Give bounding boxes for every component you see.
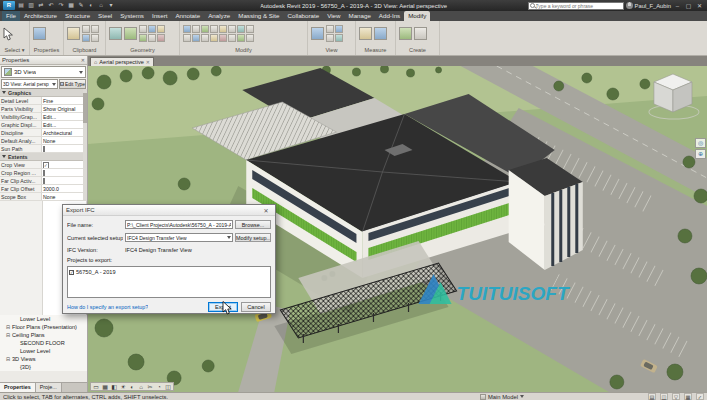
wall-joins-icon[interactable] — [157, 34, 165, 42]
design-options-control[interactable]: Main Model — [480, 394, 524, 400]
sun-settings-icon[interactable]: ☀ — [119, 383, 127, 391]
ribbon-tab-systems[interactable]: Systems — [116, 11, 148, 21]
pin-icon[interactable] — [201, 34, 209, 42]
qat-undo-icon[interactable]: ↶ — [47, 1, 55, 10]
projects-listbox[interactable]: ✓ 56750_A - 2019 — [67, 266, 271, 298]
match-properties-icon[interactable] — [91, 34, 99, 42]
close-button[interactable]: ✕ — [695, 2, 704, 9]
cope-icon[interactable] — [139, 25, 147, 33]
tree-item[interactable]: SECOND FLOOR — [0, 339, 87, 347]
tree-item[interactable]: ⊟3D Views — [0, 355, 87, 363]
offset-icon[interactable] — [192, 25, 200, 33]
reveal-hidden-icon[interactable]: ◔ — [155, 383, 163, 391]
scale-icon[interactable] — [192, 34, 200, 42]
aligned-dimension-icon[interactable] — [374, 27, 387, 40]
maximize-button[interactable]: ▢ — [684, 2, 693, 9]
prop-value[interactable]: Show Original — [42, 105, 87, 112]
panel-label-measure[interactable]: Measure — [356, 46, 395, 55]
view-tab-close-icon[interactable]: ✕ — [146, 59, 150, 65]
prop-row-crop-view[interactable]: Crop View✓ — [0, 161, 87, 169]
qat-redo-icon[interactable]: ↷ — [57, 1, 65, 10]
copy-icon[interactable] — [219, 25, 227, 33]
split-face-icon[interactable] — [157, 25, 165, 33]
prop-row-visibility-graphics[interactable]: Visibility/Grap...Edit... — [0, 113, 87, 121]
modify-setup-button[interactable]: Modify setup... — [235, 233, 271, 242]
revit-logo[interactable]: R — [3, 1, 15, 10]
offset-geometry-icon[interactable] — [148, 25, 156, 33]
hidden-elements-icon[interactable] — [311, 27, 324, 40]
far-clip-checkbox[interactable] — [43, 178, 45, 184]
project-checkbox[interactable]: ✓ — [69, 270, 74, 275]
editable-only-icon[interactable]: ◫ — [660, 393, 668, 400]
align-icon[interactable] — [183, 25, 191, 33]
crop-region-checkbox[interactable] — [43, 170, 45, 176]
prop-value[interactable]: None — [42, 137, 87, 144]
sun-path-checkbox[interactable] — [43, 146, 45, 152]
cancel-button[interactable]: Cancel — [241, 302, 271, 312]
panel-label-clipboard[interactable]: Clipboard — [64, 46, 105, 55]
ribbon-tab-analyze[interactable]: Analyze — [204, 11, 234, 21]
detail-level-icon[interactable]: ▦ — [101, 383, 109, 391]
dialog-close-icon[interactable]: ✕ — [260, 207, 272, 214]
qat-customize-icon[interactable]: ▾ — [107, 1, 115, 10]
select-cursor-icon[interactable] — [3, 27, 14, 41]
qat-3d-view-icon[interactable]: ◐ — [87, 1, 95, 10]
instance-filter-combo[interactable]: 3D View: Aerial persp — [1, 79, 58, 89]
browse-button[interactable]: Browse... — [235, 220, 271, 229]
prop-value[interactable]: 3000.0 — [42, 185, 87, 192]
phase-icon[interactable] — [246, 34, 254, 42]
ribbon-tab-collaborate[interactable]: Collaborate — [284, 11, 324, 21]
palette-close-icon[interactable]: ✕ — [81, 57, 85, 63]
tree-expander-icon[interactable]: ⊟ — [5, 324, 11, 330]
prop-edit-button[interactable]: Edit... — [42, 121, 87, 128]
prop-row-far-clip-offset[interactable]: Far Clip Offset3000.0 — [0, 185, 87, 193]
panel-label-properties[interactable]: Properties — [30, 46, 63, 55]
panel-label-modify[interactable]: Modify — [180, 46, 307, 55]
ribbon-tab-addins[interactable]: Add-Ins — [375, 11, 404, 21]
tree-expander-icon[interactable]: ⊟ — [5, 356, 11, 362]
qat-text-icon[interactable]: ✎ — [77, 1, 85, 10]
temporary-hide-icon[interactable]: ◫ — [164, 383, 172, 391]
group-header-extents[interactable]: Extents — [0, 153, 87, 161]
file-name-input[interactable] — [125, 220, 233, 229]
prop-row-default-analysis[interactable]: Default Analy...None — [0, 137, 87, 145]
setup-select[interactable]: IFC4 Design Transfer View — [125, 233, 233, 242]
prop-value[interactable]: None — [42, 193, 87, 200]
tree-item[interactable]: ⊟Floor Plans (Presentation) — [0, 323, 87, 331]
ribbon-tab-manage[interactable]: Manage — [344, 11, 374, 21]
prop-row-detail-level[interactable]: Detail LevelFine — [0, 97, 87, 105]
qat-measure-icon[interactable]: ▦ — [67, 1, 75, 10]
prop-row-scope-box[interactable]: Scope BoxNone — [0, 193, 87, 201]
create-similar-icon[interactable] — [414, 27, 427, 40]
ribbon-tab-annotate[interactable]: Annotate — [171, 11, 204, 21]
prop-value[interactable]: Fine — [42, 97, 87, 104]
ribbon-tab-structure[interactable]: Structure — [61, 11, 94, 21]
navigation-wheel-icon[interactable]: ◎ — [695, 138, 706, 148]
export-setup-help-link[interactable]: How do I specify an export setup? — [67, 304, 148, 310]
prop-row-parts-visibility[interactable]: Parts VisibilityShow Original — [0, 105, 87, 113]
array-icon[interactable] — [183, 34, 191, 42]
ribbon-tab-file[interactable]: File — [2, 11, 20, 21]
qat-home-icon[interactable]: ⌂ — [97, 1, 105, 10]
prop-row-far-clip-active[interactable]: Far Clip Activ... — [0, 177, 87, 185]
zoom-icon[interactable]: ⊕ — [695, 149, 706, 159]
worksets-icon[interactable]: ▤ — [648, 393, 656, 400]
prop-row-sun-path[interactable]: Sun Path — [0, 145, 87, 153]
qat-open-icon[interactable]: ▤ — [17, 1, 25, 10]
group-icon[interactable] — [237, 34, 245, 42]
panel-label-create[interactable]: Create — [396, 46, 439, 55]
measure-icon[interactable] — [359, 27, 372, 40]
properties-palette-icon[interactable] — [33, 27, 46, 40]
qat-save-icon[interactable]: ▥ — [27, 1, 35, 10]
close-hidden-windows-icon[interactable] — [335, 25, 343, 33]
exclude-options-icon[interactable]: ▦ — [684, 393, 692, 400]
view-tab-aerial-perspective[interactable]: ⌂ Aerial perspective ✕ — [90, 57, 154, 66]
tree-item[interactable]: ⊟Ceiling Plans — [0, 331, 87, 339]
prop-edit-button[interactable]: Edit... — [42, 113, 87, 120]
prop-row-graphic-display[interactable]: Graphic Displ...Edit... — [0, 121, 87, 129]
tab-properties[interactable]: Properties — [0, 383, 36, 392]
demolish-icon[interactable] — [148, 34, 156, 42]
tree-item[interactable]: Lower Level — [0, 315, 87, 323]
trim-icon[interactable] — [237, 25, 245, 33]
tree-item[interactable]: {3D} — [0, 363, 87, 371]
